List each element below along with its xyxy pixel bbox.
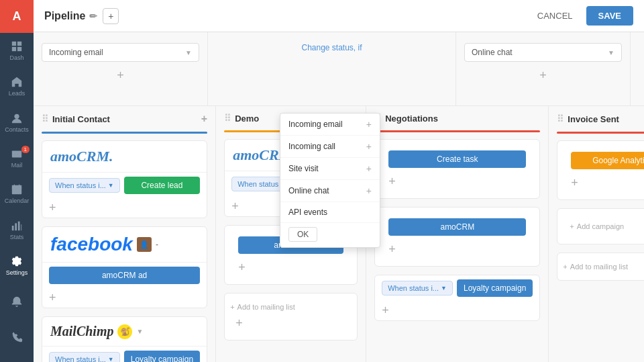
save-button[interactable]: SAVE: [586, 6, 633, 26]
sidebar-item-stats[interactable]: Stats: [0, 212, 34, 247]
dropdown-ok-section: OK: [280, 223, 380, 247]
source-block-mailchimp-3: When status i... ▼ Loyalty campaign +: [374, 275, 540, 321]
loyalty-campaign-btn-1[interactable]: Loyalty campaign: [124, 351, 200, 362]
main-content: Pipeline ✏ + CANCEL SAVE Incoming email …: [34, 0, 644, 362]
cancel-button[interactable]: CANCEL: [529, 7, 581, 25]
google-analytics-btn[interactable]: Google Analytics: [571, 152, 644, 169]
pipeline-col-1: ⠿ Initial Contact + amoCRM.: [34, 106, 216, 362]
avatar[interactable]: A: [0, 0, 34, 33]
trigger-cell-2: Change status, if: [208, 32, 456, 105]
source-block-inv-empty: + Add campaign: [557, 208, 644, 244]
svg-rect-10: [21, 224, 21, 230]
sidebar-item-mail[interactable]: 1 Mail: [0, 140, 34, 176]
drag-handle-4[interactable]: ⠿: [557, 114, 564, 124]
google-row-add[interactable]: +: [564, 173, 644, 193]
trigger-cell-3: Online chat ▼ +: [456, 32, 631, 105]
status-trigger-3[interactable]: When status i... ▼: [382, 281, 453, 296]
nego-row-add-2[interactable]: +: [382, 240, 533, 259]
source-header-mailchimp-1: MailChimp 🐒 ▼: [42, 317, 207, 347]
dropdown-arrow-3: ▼: [608, 49, 614, 56]
add-pipeline-button[interactable]: +: [103, 8, 119, 24]
action-row-google: Google Analytics: [564, 148, 644, 173]
source-row-add-1[interactable]: +: [42, 198, 207, 218]
amocrm-logo-1: amoCRM.: [50, 148, 113, 165]
triggers-row: Incoming email ▼ + Change status, if: [34, 32, 644, 106]
sidebar-item-phone[interactable]: [0, 320, 34, 355]
dropdown-item-site-visit[interactable]: Site visit +: [280, 158, 380, 180]
svg-rect-8: [15, 223, 17, 230]
col-add-1[interactable]: +: [201, 113, 207, 125]
svg-rect-3: [17, 47, 21, 51]
svg-rect-2: [12, 47, 16, 51]
amocrm-campaign-btn[interactable]: amoCRM: [388, 218, 526, 236]
nego-row-add-1[interactable]: +: [382, 172, 533, 191]
drag-handle-2[interactable]: ⠿: [224, 113, 231, 124]
mailchimp-row-add-2[interactable]: +: [229, 314, 353, 333]
svg-rect-1: [17, 42, 21, 46]
dropdown-plus-2: +: [366, 141, 372, 152]
action-row-nego-2: amoCRM: [382, 214, 533, 240]
trigger-add-1[interactable]: +: [42, 69, 199, 83]
pipeline-col-3: ⠿ Negotiations Create task +: [366, 106, 549, 362]
col-header-3: ⠿ Negotiations: [366, 106, 548, 130]
dropdown-menu: Incoming email + Incoming call + Site vi…: [280, 113, 380, 248]
drag-handle-1[interactable]: ⠿: [42, 114, 48, 124]
sidebar-item-dash[interactable]: Dash: [0, 33, 34, 69]
col-header-4: ⠿ Invoice Sent +: [549, 106, 644, 132]
topbar: Pipeline ✏ + CANCEL SAVE: [34, 0, 644, 32]
status-trigger-1[interactable]: When status i... ▼: [49, 178, 120, 193]
trigger-cell-4: [631, 32, 644, 105]
create-task-btn[interactable]: Create task: [388, 150, 526, 168]
change-status-if-link[interactable]: if: [358, 43, 362, 52]
sidebar: A Dash Leads Contacts 1 Mail Calendar St…: [0, 0, 34, 362]
dropdown-item-incoming-call[interactable]: Incoming call +: [280, 136, 380, 158]
source-block-nego-2: amoCRM +: [374, 207, 540, 267]
sidebar-item-leads[interactable]: Leads: [0, 69, 34, 104]
mailchimp-row-add-3[interactable]: +: [375, 301, 539, 320]
col-title-3: Negotiations: [385, 114, 438, 124]
dropdown-arrow-1: ▼: [185, 49, 192, 56]
status-trigger-mailchimp-1[interactable]: When status i... ▼: [49, 352, 120, 362]
pipeline-canvas: Incoming email ▼ + Change status, if: [34, 32, 644, 362]
dropdown-item-online-chat[interactable]: Online chat +: [280, 180, 380, 202]
trigger-add-3[interactable]: +: [464, 69, 622, 83]
action-row-mailchimp-1: When status i... ▼ Loyalty campaign: [42, 347, 207, 362]
facebook-logo: facebook: [50, 234, 133, 255]
action-row-1: When status i... ▼ Create lead: [42, 173, 207, 198]
loyalty-btn-3[interactable]: Loyalty campaign: [457, 279, 533, 297]
pipeline-col-4: ⠿ Invoice Sent + Google Analytics +: [549, 106, 644, 362]
source-block-facebook: facebook 👤 - amoCRM ad +: [42, 226, 207, 308]
mailchimp-arrow-1[interactable]: ▼: [136, 328, 143, 335]
create-lead-btn[interactable]: Create lead: [124, 177, 200, 194]
col-content-4: Google Analytics + + Add campaign: [549, 134, 644, 362]
action-row-facebook: amoCRM ad: [42, 263, 207, 288]
col-content-3: Create task + amoCRM +: [366, 132, 548, 362]
edit-title-icon[interactable]: ✏: [89, 11, 97, 21]
trigger-dropdown-3[interactable]: Online chat ▼: [464, 43, 622, 62]
source-block-nego-1: Create task +: [374, 139, 540, 199]
trigger-dropdown-1[interactable]: Incoming email ▼: [42, 43, 199, 62]
facebook-row-add[interactable]: +: [42, 288, 207, 308]
facebook-row-add-2[interactable]: +: [231, 258, 350, 277]
source-block-google: Google Analytics +: [557, 140, 644, 200]
col-title-1: Initial Contact: [52, 114, 110, 124]
dropdown-ok-btn[interactable]: OK: [288, 227, 317, 242]
add-mailing-4[interactable]: + Add to mailing list: [561, 260, 644, 273]
svg-rect-9: [18, 221, 20, 230]
dropdown-plus-1: +: [366, 119, 372, 130]
svg-rect-0: [12, 42, 16, 46]
facebook-dot: -: [156, 240, 158, 249]
add-mailing-2[interactable]: + Add to mailing list: [229, 300, 353, 314]
amocrm-ad-btn[interactable]: amoCRM ad: [49, 267, 200, 284]
source-block-mailchimp-4: + Add to mailing list: [557, 253, 644, 281]
dropdown-plus-4: +: [366, 185, 372, 196]
sidebar-item-settings[interactable]: Settings: [0, 248, 34, 283]
mailchimp-icon-1: 🐒: [117, 324, 132, 339]
dropdown-item-api-events[interactable]: API events: [280, 202, 380, 223]
dropdown-item-incoming-email[interactable]: Incoming email +: [280, 114, 380, 136]
add-campaign-inv[interactable]: + Add campaign: [568, 220, 644, 233]
col-header-1: ⠿ Initial Contact +: [34, 106, 215, 132]
sidebar-item-notifications[interactable]: [0, 283, 34, 319]
sidebar-item-contacts[interactable]: Contacts: [0, 104, 34, 140]
sidebar-item-calendar[interactable]: Calendar: [0, 176, 34, 212]
